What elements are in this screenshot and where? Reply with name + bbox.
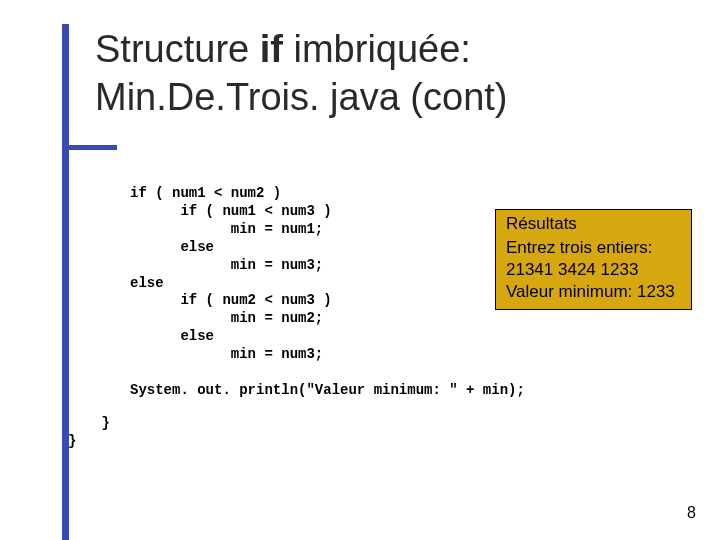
slide: Structure if imbriquée: Min.De.Trois. ja… <box>0 0 720 540</box>
code-tail: } } <box>68 415 110 451</box>
title-line2: Min.De.Trois. java (cont) <box>95 76 507 118</box>
code-main: if ( num1 < num2 ) if ( num1 < num3 ) mi… <box>130 185 525 398</box>
results-line1: Entrez trois entiers: <box>506 237 683 259</box>
page-number: 8 <box>687 504 696 522</box>
results-heading: Résultats <box>506 213 683 235</box>
title-line1-post: imbriquée: <box>283 28 471 70</box>
title-line1-pre: Structure <box>95 28 260 70</box>
title-keyword: if <box>260 28 283 70</box>
results-line2: 21341 3424 1233 <box>506 259 683 281</box>
results-box: Résultats Entrez trois entiers: 21341 34… <box>495 209 692 310</box>
accent-horizontal-dash <box>62 145 117 150</box>
accent-vertical-line <box>62 24 69 540</box>
slide-title: Structure if imbriquée: Min.De.Trois. ja… <box>95 26 507 121</box>
results-line3: Valeur minimum: 1233 <box>506 281 683 303</box>
code-block: if ( num1 < num2 ) if ( num1 < num3 ) mi… <box>130 185 525 400</box>
code-closing: } } <box>68 415 110 449</box>
